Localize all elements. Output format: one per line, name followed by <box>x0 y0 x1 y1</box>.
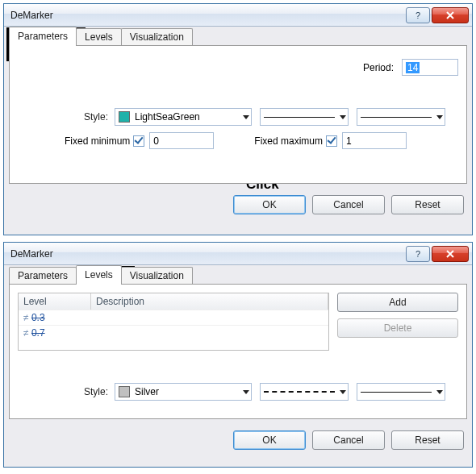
chevron-down-icon <box>340 390 346 394</box>
line-width-icon <box>361 117 432 118</box>
tab-levels[interactable]: Levels <box>76 28 122 46</box>
table-row[interactable]: ≠ 0.3 <box>19 310 328 325</box>
close-icon <box>445 249 455 259</box>
reset-button[interactable]: Reset <box>391 430 464 450</box>
ok-button[interactable]: OK <box>233 430 306 450</box>
fixed-min-input[interactable]: 0 <box>149 132 214 149</box>
cancel-button[interactable]: Cancel <box>312 195 385 214</box>
style-line-combo[interactable] <box>260 383 349 401</box>
title-bar: DeMarker ? <box>4 243 472 265</box>
levels-table[interactable]: Level Description ≠ 0.3 ≠ 0.7 <box>18 293 329 351</box>
color-swatch-icon <box>119 386 130 397</box>
help-button[interactable]: ? <box>406 246 430 262</box>
chevron-down-icon <box>340 115 346 119</box>
style-color-value: Silver <box>135 386 159 397</box>
window-title: DeMarker <box>10 248 404 260</box>
close-icon <box>445 10 455 20</box>
close-button[interactable] <box>432 246 469 262</box>
ok-button[interactable]: OK <box>233 195 306 214</box>
col-description: Description <box>91 293 328 310</box>
chevron-down-icon <box>243 115 249 119</box>
tab-visualization[interactable]: Visualization <box>121 28 193 46</box>
table-row[interactable]: ≠ 0.7 <box>19 325 328 340</box>
add-button[interactable]: Add <box>337 293 458 312</box>
demarker-parameters-dialog: DeMarker ? Parameters Levels Visualizati… <box>3 3 473 235</box>
close-button[interactable] <box>432 7 469 23</box>
help-button[interactable]: ? <box>406 7 430 23</box>
style-color-combo[interactable]: LightSeaGreen <box>115 108 252 126</box>
line-style-icon <box>264 391 335 393</box>
chevron-down-icon <box>436 390 443 394</box>
style-label: Style: <box>18 386 115 397</box>
cancel-button[interactable]: Cancel <box>312 430 385 450</box>
tab-levels[interactable]: Levels <box>76 265 122 285</box>
tab-visualization[interactable]: Visualization <box>121 267 193 285</box>
fixed-max-label: Fixed maximum <box>254 135 323 147</box>
col-level: Level <box>19 293 91 310</box>
window-title: DeMarker <box>10 10 404 21</box>
style-line-combo[interactable] <box>260 108 349 126</box>
line-width-icon <box>361 392 432 393</box>
fixed-max-checkbox[interactable] <box>326 135 337 147</box>
title-bar: DeMarker ? <box>4 4 472 27</box>
button-bar: OK Cancel Reset <box>4 424 472 456</box>
demarker-levels-dialog: DeMarker ? Parameters Levels Visualizati… <box>3 242 473 468</box>
period-label: Period: <box>363 62 394 73</box>
fixed-min-checkbox[interactable] <box>133 135 144 147</box>
levels-panel: Level Description ≠ 0.3 ≠ 0.7 Add Delet <box>9 284 467 419</box>
style-width-combo[interactable] <box>357 108 445 126</box>
tab-parameters[interactable]: Parameters <box>9 27 77 46</box>
chevron-down-icon <box>436 115 443 119</box>
style-color-combo[interactable]: Silver <box>115 383 252 401</box>
chevron-down-icon <box>243 390 249 394</box>
reset-button[interactable]: Reset <box>391 195 464 214</box>
fixed-max-input[interactable]: 1 <box>342 132 407 149</box>
style-label: Style: <box>18 111 115 123</box>
line-style-icon <box>264 117 335 118</box>
delete-button[interactable]: Delete <box>337 318 458 338</box>
color-swatch-icon <box>119 111 130 123</box>
style-width-combo[interactable] <box>357 383 445 401</box>
tab-strip: Parameters Levels Visualization <box>4 265 472 285</box>
fixed-min-label: Fixed minimum <box>65 135 130 147</box>
button-bar: OK Cancel Reset <box>4 189 472 221</box>
style-color-value: LightSeaGreen <box>135 111 200 123</box>
tab-parameters[interactable]: Parameters <box>9 267 77 285</box>
period-input[interactable]: 14 <box>402 59 458 76</box>
tab-strip: Parameters Levels Visualization <box>4 27 472 46</box>
parameters-panel: Period: 14 Style: LightSeaGreen F <box>9 45 467 184</box>
